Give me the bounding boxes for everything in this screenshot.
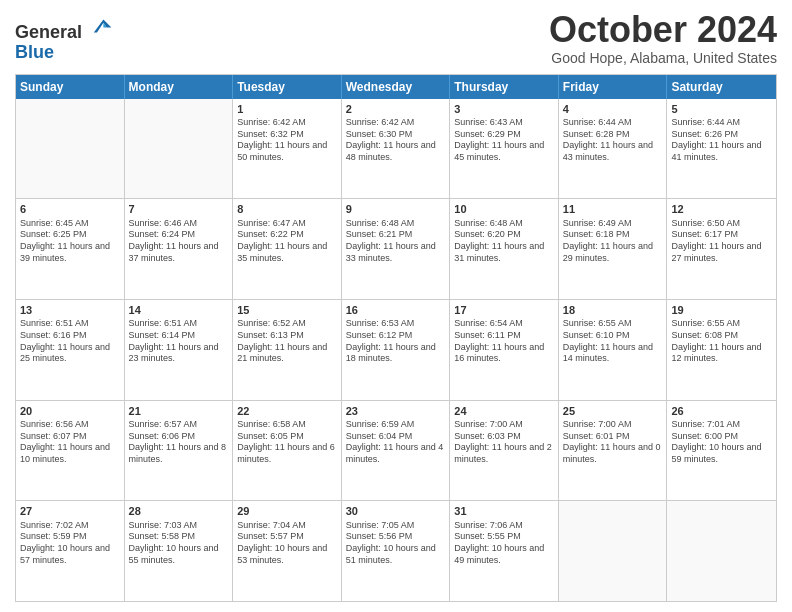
cell-info: Sunrise: 6:51 AM Sunset: 6:14 PM Dayligh… — [129, 318, 229, 365]
cal-cell: 8Sunrise: 6:47 AM Sunset: 6:22 PM Daylig… — [233, 199, 342, 299]
cell-info: Sunrise: 6:42 AM Sunset: 6:30 PM Dayligh… — [346, 117, 446, 164]
cal-cell: 27Sunrise: 7:02 AM Sunset: 5:59 PM Dayli… — [16, 501, 125, 601]
cell-info: Sunrise: 6:55 AM Sunset: 6:10 PM Dayligh… — [563, 318, 663, 365]
logo-blue: Blue — [15, 43, 113, 61]
day-number: 23 — [346, 404, 446, 418]
cell-info: Sunrise: 6:46 AM Sunset: 6:24 PM Dayligh… — [129, 218, 229, 265]
cal-cell: 30Sunrise: 7:05 AM Sunset: 5:56 PM Dayli… — [342, 501, 451, 601]
cal-cell: 3Sunrise: 6:43 AM Sunset: 6:29 PM Daylig… — [450, 99, 559, 199]
cell-info: Sunrise: 7:03 AM Sunset: 5:58 PM Dayligh… — [129, 520, 229, 567]
cell-info: Sunrise: 7:05 AM Sunset: 5:56 PM Dayligh… — [346, 520, 446, 567]
header-day-wednesday: Wednesday — [342, 75, 451, 99]
cal-cell: 24Sunrise: 7:00 AM Sunset: 6:03 PM Dayli… — [450, 401, 559, 501]
day-number: 11 — [563, 202, 663, 216]
calendar-body: 1Sunrise: 6:42 AM Sunset: 6:32 PM Daylig… — [16, 99, 776, 601]
day-number: 24 — [454, 404, 554, 418]
cell-info: Sunrise: 6:43 AM Sunset: 6:29 PM Dayligh… — [454, 117, 554, 164]
week-row-0: 1Sunrise: 6:42 AM Sunset: 6:32 PM Daylig… — [16, 99, 776, 199]
cal-cell: 31Sunrise: 7:06 AM Sunset: 5:55 PM Dayli… — [450, 501, 559, 601]
day-number: 4 — [563, 102, 663, 116]
day-number: 22 — [237, 404, 337, 418]
cal-cell: 26Sunrise: 7:01 AM Sunset: 6:00 PM Dayli… — [667, 401, 776, 501]
header-day-tuesday: Tuesday — [233, 75, 342, 99]
logo-icon — [89, 14, 113, 38]
day-number: 6 — [20, 202, 120, 216]
cell-info: Sunrise: 6:51 AM Sunset: 6:16 PM Dayligh… — [20, 318, 120, 365]
cell-info: Sunrise: 6:59 AM Sunset: 6:04 PM Dayligh… — [346, 419, 446, 466]
cell-info: Sunrise: 6:45 AM Sunset: 6:25 PM Dayligh… — [20, 218, 120, 265]
day-number: 20 — [20, 404, 120, 418]
header-day-thursday: Thursday — [450, 75, 559, 99]
day-number: 3 — [454, 102, 554, 116]
cal-cell: 20Sunrise: 6:56 AM Sunset: 6:07 PM Dayli… — [16, 401, 125, 501]
cal-cell: 14Sunrise: 6:51 AM Sunset: 6:14 PM Dayli… — [125, 300, 234, 400]
cal-cell: 11Sunrise: 6:49 AM Sunset: 6:18 PM Dayli… — [559, 199, 668, 299]
cal-cell: 10Sunrise: 6:48 AM Sunset: 6:20 PM Dayli… — [450, 199, 559, 299]
cal-cell: 29Sunrise: 7:04 AM Sunset: 5:57 PM Dayli… — [233, 501, 342, 601]
cell-info: Sunrise: 7:00 AM Sunset: 6:01 PM Dayligh… — [563, 419, 663, 466]
cal-cell: 4Sunrise: 6:44 AM Sunset: 6:28 PM Daylig… — [559, 99, 668, 199]
day-number: 25 — [563, 404, 663, 418]
day-number: 28 — [129, 504, 229, 518]
cell-info: Sunrise: 7:01 AM Sunset: 6:00 PM Dayligh… — [671, 419, 772, 466]
day-number: 1 — [237, 102, 337, 116]
day-number: 31 — [454, 504, 554, 518]
cal-cell: 5Sunrise: 6:44 AM Sunset: 6:26 PM Daylig… — [667, 99, 776, 199]
cell-info: Sunrise: 7:00 AM Sunset: 6:03 PM Dayligh… — [454, 419, 554, 466]
cal-cell: 18Sunrise: 6:55 AM Sunset: 6:10 PM Dayli… — [559, 300, 668, 400]
header-day-friday: Friday — [559, 75, 668, 99]
cal-cell — [16, 99, 125, 199]
cal-cell: 15Sunrise: 6:52 AM Sunset: 6:13 PM Dayli… — [233, 300, 342, 400]
day-number: 8 — [237, 202, 337, 216]
cal-cell: 2Sunrise: 6:42 AM Sunset: 6:30 PM Daylig… — [342, 99, 451, 199]
cell-info: Sunrise: 6:50 AM Sunset: 6:17 PM Dayligh… — [671, 218, 772, 265]
day-number: 13 — [20, 303, 120, 317]
week-row-2: 13Sunrise: 6:51 AM Sunset: 6:16 PM Dayli… — [16, 299, 776, 400]
svg-marker-0 — [94, 20, 112, 33]
cal-cell: 6Sunrise: 6:45 AM Sunset: 6:25 PM Daylig… — [16, 199, 125, 299]
day-number: 10 — [454, 202, 554, 216]
logo: General Blue — [15, 14, 113, 61]
cal-cell — [559, 501, 668, 601]
cell-info: Sunrise: 6:47 AM Sunset: 6:22 PM Dayligh… — [237, 218, 337, 265]
main-title: October 2024 — [549, 10, 777, 50]
cell-info: Sunrise: 6:44 AM Sunset: 6:28 PM Dayligh… — [563, 117, 663, 164]
day-number: 14 — [129, 303, 229, 317]
calendar: SundayMondayTuesdayWednesdayThursdayFrid… — [15, 74, 777, 602]
cell-info: Sunrise: 6:44 AM Sunset: 6:26 PM Dayligh… — [671, 117, 772, 164]
page: General Blue October 2024 Good Hope, Ala… — [0, 0, 792, 612]
cal-cell: 9Sunrise: 6:48 AM Sunset: 6:21 PM Daylig… — [342, 199, 451, 299]
cal-cell: 19Sunrise: 6:55 AM Sunset: 6:08 PM Dayli… — [667, 300, 776, 400]
cal-cell — [667, 501, 776, 601]
week-row-4: 27Sunrise: 7:02 AM Sunset: 5:59 PM Dayli… — [16, 500, 776, 601]
day-number: 2 — [346, 102, 446, 116]
cell-info: Sunrise: 6:48 AM Sunset: 6:21 PM Dayligh… — [346, 218, 446, 265]
cal-cell: 22Sunrise: 6:58 AM Sunset: 6:05 PM Dayli… — [233, 401, 342, 501]
subtitle: Good Hope, Alabama, United States — [549, 50, 777, 66]
day-number: 29 — [237, 504, 337, 518]
day-number: 18 — [563, 303, 663, 317]
header: General Blue October 2024 Good Hope, Ala… — [15, 10, 777, 66]
cal-cell: 1Sunrise: 6:42 AM Sunset: 6:32 PM Daylig… — [233, 99, 342, 199]
cal-cell: 25Sunrise: 7:00 AM Sunset: 6:01 PM Dayli… — [559, 401, 668, 501]
cell-info: Sunrise: 6:55 AM Sunset: 6:08 PM Dayligh… — [671, 318, 772, 365]
day-number: 5 — [671, 102, 772, 116]
day-number: 26 — [671, 404, 772, 418]
week-row-3: 20Sunrise: 6:56 AM Sunset: 6:07 PM Dayli… — [16, 400, 776, 501]
cal-cell — [125, 99, 234, 199]
calendar-header: SundayMondayTuesdayWednesdayThursdayFrid… — [16, 75, 776, 99]
cell-info: Sunrise: 7:04 AM Sunset: 5:57 PM Dayligh… — [237, 520, 337, 567]
day-number: 7 — [129, 202, 229, 216]
cell-info: Sunrise: 6:58 AM Sunset: 6:05 PM Dayligh… — [237, 419, 337, 466]
cal-cell: 21Sunrise: 6:57 AM Sunset: 6:06 PM Dayli… — [125, 401, 234, 501]
cal-cell: 13Sunrise: 6:51 AM Sunset: 6:16 PM Dayli… — [16, 300, 125, 400]
week-row-1: 6Sunrise: 6:45 AM Sunset: 6:25 PM Daylig… — [16, 198, 776, 299]
cell-info: Sunrise: 6:56 AM Sunset: 6:07 PM Dayligh… — [20, 419, 120, 466]
cell-info: Sunrise: 7:02 AM Sunset: 5:59 PM Dayligh… — [20, 520, 120, 567]
cal-cell: 16Sunrise: 6:53 AM Sunset: 6:12 PM Dayli… — [342, 300, 451, 400]
cell-info: Sunrise: 6:54 AM Sunset: 6:11 PM Dayligh… — [454, 318, 554, 365]
day-number: 30 — [346, 504, 446, 518]
header-day-monday: Monday — [125, 75, 234, 99]
title-block: October 2024 Good Hope, Alabama, United … — [549, 10, 777, 66]
cell-info: Sunrise: 6:42 AM Sunset: 6:32 PM Dayligh… — [237, 117, 337, 164]
